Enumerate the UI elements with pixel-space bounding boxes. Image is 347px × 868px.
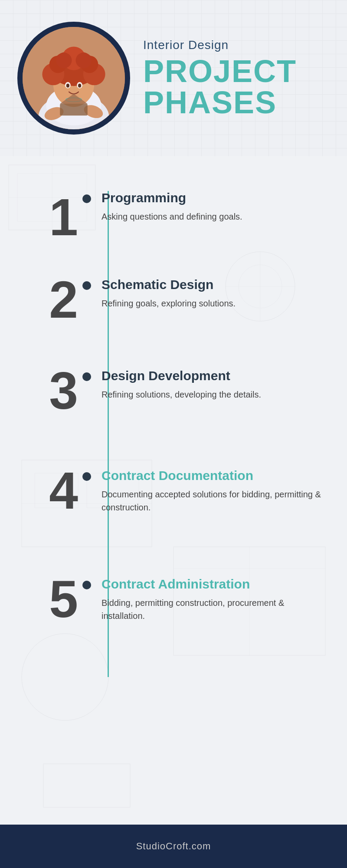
phase-title-4: Contract Documentation [101, 468, 330, 483]
phase-content-1: Programming Asking questions and definin… [91, 187, 330, 223]
phase-desc-3: Refining solutions, developing the detai… [101, 388, 330, 401]
phase-content-3: Design Development Refining solutions, d… [91, 365, 330, 401]
main-title: PROJECT PHASES [143, 56, 321, 118]
subtitle: Interior Design [143, 38, 321, 52]
phase-number-5: 5 [0, 573, 87, 625]
svg-point-11 [56, 53, 72, 68]
svg-rect-20 [60, 104, 88, 115]
avatar [17, 22, 130, 135]
phase-title-2: Schematic Design [101, 277, 330, 293]
phase-number-2: 2 [0, 273, 87, 326]
avatar-container [17, 22, 130, 135]
phase-dot-4 [82, 472, 91, 481]
title-line1: PROJECT [143, 54, 297, 89]
svg-point-15 [66, 84, 69, 88]
phase-dot-5 [82, 581, 91, 589]
phase-desc-4: Documenting accepted solutions for biddi… [101, 488, 330, 514]
main-content: 1 Programming Asking questions and defin… [0, 156, 347, 825]
phase-number-1: 1 [0, 187, 87, 243]
phase-item-3: 3 Design Development Refining solutions,… [0, 356, 347, 451]
phase-dot-1 [82, 194, 91, 203]
phase-title-3: Design Development [101, 368, 330, 384]
timeline: 1 Programming Asking questions and defin… [0, 165, 347, 703]
phase-dot-3 [82, 372, 91, 381]
title-area: Interior Design PROJECT PHASES [130, 38, 321, 118]
phase-content-4: Contract Documentation Documenting accep… [91, 464, 330, 514]
phase-content-5: Contract Administration Bidding, permitt… [91, 573, 330, 622]
title-line2: PHASES [143, 85, 277, 120]
svg-rect-38 [43, 764, 130, 807]
phase-item-2: 2 Schematic Design Refining goals, explo… [0, 265, 347, 352]
phase-desc-5: Bidding, permitting construction, procur… [101, 596, 330, 622]
phase-number-3: 3 [0, 365, 87, 417]
phase-title-1: Programming [101, 190, 330, 206]
phase-item-1: 1 Programming Asking questions and defin… [0, 178, 347, 260]
svg-point-12 [76, 53, 92, 68]
phase-dot-2 [82, 281, 91, 290]
phase-desc-2: Refining goals, exploring solutions. [101, 297, 330, 310]
phase-item-4: 4 Contract Documentation Documenting acc… [0, 456, 347, 560]
phase-desc-1: Asking questions and defining goals. [101, 210, 330, 223]
footer: StudioCroft.com [0, 825, 347, 868]
footer-website: StudioCroft.com [136, 841, 211, 852]
phase-item-5: 5 Contract Administration Bidding, permi… [0, 564, 347, 686]
phase-content-2: Schematic Design Refining goals, explori… [91, 273, 330, 310]
phase-title-5: Contract Administration [101, 576, 330, 592]
phase-number-4: 4 [0, 464, 87, 516]
header-section: Interior Design PROJECT PHASES [0, 0, 347, 156]
svg-point-16 [78, 84, 81, 88]
